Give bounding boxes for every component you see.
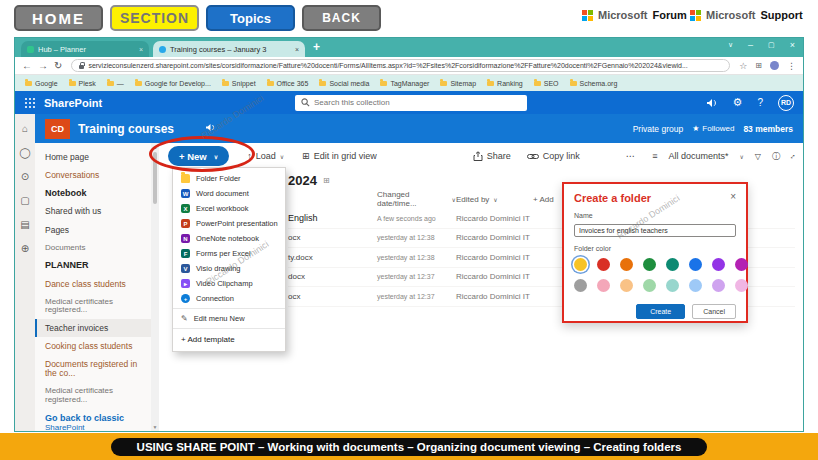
new-menu-item[interactable]: P PowerPoint presentation	[173, 216, 285, 231]
view-selector[interactable]: All documents*	[668, 151, 728, 161]
bookmark-item[interactable]: —	[107, 80, 124, 87]
info-icon[interactable]: ⓘ	[772, 151, 780, 162]
bookmark-star-icon[interactable]: ☆	[739, 61, 747, 71]
tab-close-icon[interactable]: ×	[139, 46, 143, 53]
folder-color-swatch[interactable]	[643, 258, 656, 271]
sites-globe-icon[interactable]: ◯	[19, 147, 30, 158]
copy-link-button[interactable]: Copy link	[527, 151, 580, 161]
sidebar-scrollbar[interactable]: ▲ ▼	[151, 143, 159, 431]
news-circle-icon[interactable]: ⊙	[21, 171, 29, 182]
sidebar-item[interactable]: Medical certificates registered...	[35, 383, 151, 409]
waffle-icon[interactable]	[24, 97, 36, 109]
new-button[interactable]: + New ∨	[168, 146, 229, 166]
new-menu-item[interactable]: F Forms per Excel	[173, 246, 285, 261]
folder-color-swatch[interactable]	[735, 279, 748, 292]
create-icon[interactable]: ⊕	[21, 243, 29, 254]
lists-icon[interactable]: ▤	[20, 219, 29, 230]
folder-color-swatch[interactable]	[666, 258, 679, 271]
bookmark-item[interactable]: SEO	[534, 80, 559, 87]
folder-color-swatch[interactable]	[689, 279, 702, 292]
user-avatar[interactable]: RD	[778, 95, 794, 111]
close-icon[interactable]: ×	[790, 40, 795, 50]
bookmark-item[interactable]: Schema.org	[570, 80, 618, 87]
maximize-icon[interactable]: ▢	[768, 41, 775, 49]
folder-color-swatch[interactable]	[712, 258, 725, 271]
sidebar-item[interactable]: Cooking class students	[35, 337, 151, 355]
sidebar-item[interactable]: Documents	[35, 239, 151, 257]
sidebar-item[interactable]: PLANNER	[35, 257, 151, 276]
scroll-up-icon[interactable]: ▲	[153, 144, 158, 150]
new-menu-item[interactable]: + Connection	[173, 291, 285, 306]
browser-profile-avatar[interactable]	[770, 61, 779, 70]
back-icon[interactable]: ←	[22, 60, 32, 71]
folder-color-swatch[interactable]	[666, 279, 679, 292]
sidebar-item[interactable]: Conversations	[35, 166, 151, 184]
section-button[interactable]: SECTION	[110, 5, 199, 31]
edit-new-menu-item[interactable]: ✎ Edit menu New	[173, 311, 285, 326]
back-button[interactable]: BACK	[302, 5, 381, 31]
settings-gear-icon[interactable]: ⚙	[733, 96, 743, 109]
upload-button[interactable]: ↑ Load ∨	[247, 151, 284, 161]
topics-button[interactable]: Topics	[206, 5, 295, 31]
bookmark-item[interactable]: Sitemap	[440, 80, 476, 87]
bookmark-item[interactable]: Office 365	[267, 80, 309, 87]
microsoft-forum-link[interactable]: Microsoft Forum	[582, 9, 687, 21]
bookmark-item[interactable]: Social media	[319, 80, 369, 87]
new-tab-button[interactable]: +	[313, 40, 320, 54]
create-button[interactable]: Create	[636, 304, 685, 319]
home-icon[interactable]: ⌂	[22, 123, 28, 134]
folder-color-swatch[interactable]	[689, 258, 702, 271]
reload-icon[interactable]: ↻	[54, 60, 62, 71]
new-menu-item[interactable]: ▸ Video Clipchamp	[173, 276, 285, 291]
members-count[interactable]: 83 members	[743, 124, 793, 134]
new-menu-item[interactable]: X Excel workbook	[173, 201, 285, 216]
sharepoint-app-name[interactable]: SharePoint	[44, 97, 102, 109]
folder-color-swatch[interactable]	[620, 279, 633, 292]
bookmark-item[interactable]: Ranking	[487, 80, 523, 87]
browser-tab-training-courses[interactable]: Training courses – January 3 ×	[153, 41, 305, 57]
new-menu-item[interactable]: V Visio drawing	[173, 261, 285, 276]
scroll-down-icon[interactable]: ▼	[153, 424, 158, 430]
help-icon[interactable]: ?	[757, 97, 763, 108]
address-bar[interactable]: servizieconsulenzerd.sharepoint.com/site…	[71, 59, 730, 72]
bookmark-item[interactable]: TagManager	[380, 80, 429, 87]
scrollbar-thumb[interactable]	[153, 152, 157, 204]
new-menu-item[interactable]: N OneNote notebook	[173, 231, 285, 246]
home-button[interactable]: HOME	[14, 5, 103, 31]
bookmark-item[interactable]: Google for Develop...	[135, 80, 211, 87]
close-icon[interactable]: ×	[730, 192, 736, 202]
microsoft-support-link[interactable]: Microsoft Support	[690, 9, 803, 21]
browser-tab-planner[interactable]: Hub – Planner ×	[21, 41, 149, 57]
megaphone-icon[interactable]	[706, 98, 718, 108]
sidebar-item[interactable]: Home page	[35, 148, 151, 166]
edit-grid-view-button[interactable]: ⊞ Edit in grid view	[302, 151, 377, 161]
sidebar-item[interactable]: Documents registered in the co...	[35, 356, 151, 383]
share-button[interactable]: Share	[473, 151, 511, 161]
sidebar-item[interactable]: Dance class students	[35, 275, 151, 293]
folder-color-swatch[interactable]	[735, 258, 748, 271]
search-input[interactable]	[314, 98, 494, 107]
browser-menu-icon[interactable]: ⋮	[787, 61, 796, 71]
column-edited-by[interactable]: Edited by ∨	[456, 195, 533, 204]
forward-icon[interactable]: →	[38, 60, 48, 71]
folder-color-swatch[interactable]	[712, 279, 725, 292]
extensions-icon[interactable]: ⊞	[755, 61, 762, 70]
folder-name-input[interactable]	[574, 224, 736, 237]
tab-search-icon[interactable]: ∨	[728, 41, 733, 49]
folder-color-swatch[interactable]	[574, 279, 587, 292]
folder-color-swatch[interactable]	[574, 258, 587, 271]
site-logo[interactable]: CD	[45, 119, 70, 139]
new-menu-item[interactable]: W Word document	[173, 186, 285, 201]
fullscreen-icon[interactable]: ↕	[788, 151, 797, 160]
cancel-button[interactable]: Cancel	[692, 304, 736, 319]
filter-funnel-icon[interactable]: ▽	[755, 152, 761, 161]
sidebar-item[interactable]: Pages	[35, 221, 151, 239]
folder-color-swatch[interactable]	[597, 279, 610, 292]
minimize-icon[interactable]: –	[748, 40, 753, 50]
site-title[interactable]: Training courses	[78, 122, 174, 136]
tab-close-icon[interactable]: ×	[295, 46, 299, 53]
new-menu-item[interactable]: Folder Folder	[173, 171, 285, 186]
add-template-button[interactable]: + Add template	[173, 331, 285, 349]
follow-toggle[interactable]: ★ Followed	[692, 124, 734, 133]
folder-color-swatch[interactable]	[597, 258, 610, 271]
